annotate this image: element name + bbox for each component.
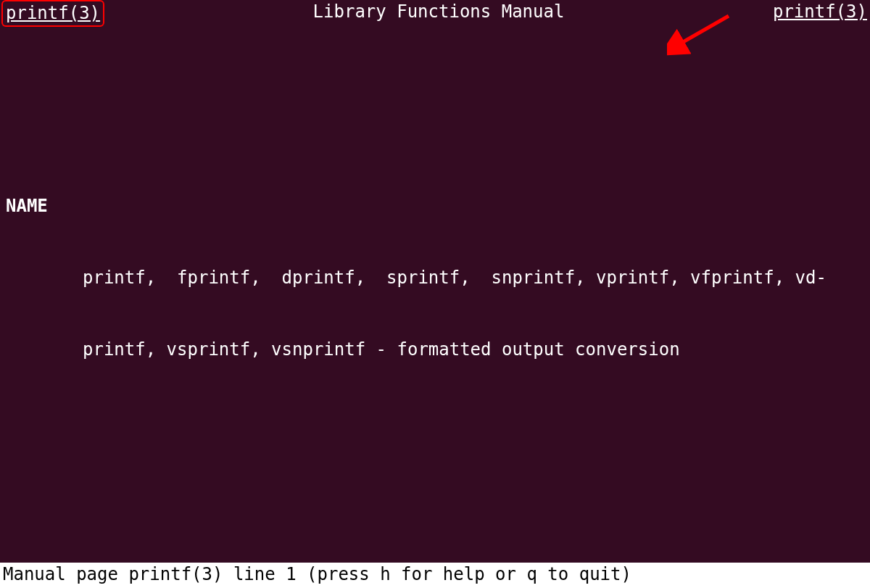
name-line2: printf, vsprintf, vsnprintf - formatted … <box>3 338 867 362</box>
header-center: Library Functions Manual <box>313 0 565 27</box>
section-heading-name: NAME <box>3 194 867 218</box>
header-left: printf(3) <box>6 3 100 23</box>
name-line1: printf, fprintf, dprintf, sprintf, snpri… <box>3 266 867 290</box>
highlight-box: printf(3) <box>1 0 104 27</box>
header-right: printf(3) <box>773 0 867 27</box>
manpage-header: printf(3) Library Functions Manual print… <box>0 0 870 27</box>
pager-status-bar[interactable]: Manual page printf(3) line 1 (press h fo… <box>0 563 870 588</box>
manpage-body[interactable]: NAME printf, fprintf, dprintf, sprintf, … <box>0 27 870 588</box>
